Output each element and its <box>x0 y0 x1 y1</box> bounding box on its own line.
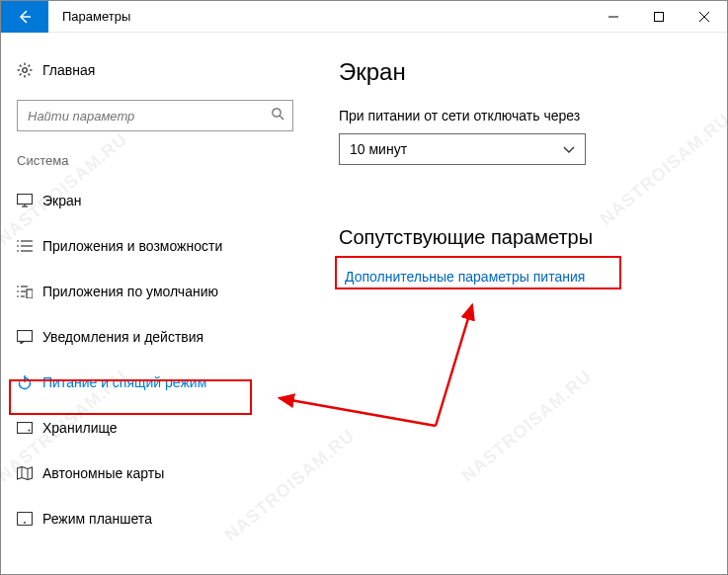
sidebar-item-label: Приложения и возможности <box>42 238 222 254</box>
sidebar-item-default-apps[interactable]: Приложения по умолчанию <box>1 269 309 314</box>
list-icon <box>17 239 42 253</box>
sidebar-item-tablet-mode[interactable]: Режим планшета <box>1 496 309 541</box>
notifications-icon <box>17 330 42 344</box>
sidebar-item-label: Приложения по умолчанию <box>42 284 218 299</box>
page-heading: Экран <box>339 58 707 86</box>
search-icon <box>271 107 284 124</box>
group-label: Система <box>1 145 309 178</box>
svg-point-36 <box>29 430 31 432</box>
related-heading: Сопутствующие параметры <box>339 226 707 249</box>
close-button[interactable] <box>682 1 727 33</box>
svg-line-11 <box>29 74 31 76</box>
minimize-icon <box>608 12 618 22</box>
home-label: Главная <box>42 62 95 78</box>
svg-line-10 <box>20 65 22 67</box>
window-controls <box>591 1 727 32</box>
sidebar-item-label: Режим планшета <box>42 511 152 527</box>
home-button[interactable]: Главная <box>1 50 309 90</box>
search-box[interactable] <box>17 100 293 131</box>
field-label: При питании от сети отключать через <box>339 108 707 123</box>
svg-line-15 <box>280 116 283 120</box>
maximize-button[interactable] <box>636 1 682 33</box>
svg-rect-32 <box>18 331 33 342</box>
close-icon <box>699 12 709 22</box>
sidebar-item-label: Автономные карты <box>42 465 164 481</box>
svg-line-12 <box>29 65 31 67</box>
sidebar-item-offline-maps[interactable]: Автономные карты <box>1 451 309 496</box>
main-panel: Экран При питании от сети отключать чере… <box>309 33 727 574</box>
sidebar-item-label: Уведомления и действия <box>42 329 203 345</box>
svg-rect-16 <box>18 195 33 205</box>
annotation-box-link <box>335 256 621 289</box>
chevron-down-icon <box>563 141 575 157</box>
default-apps-icon <box>17 285 42 298</box>
gear-icon <box>17 62 42 78</box>
back-button[interactable] <box>1 1 48 33</box>
svg-rect-2 <box>655 13 664 22</box>
maximize-icon <box>654 12 664 22</box>
minimize-button[interactable] <box>591 1 636 33</box>
titlebar: Параметры <box>1 1 727 33</box>
sidebar-item-display[interactable]: Экран <box>1 178 309 223</box>
sidebar-item-label: Хранилище <box>42 420 118 436</box>
window-title: Параметры <box>48 1 591 32</box>
svg-point-5 <box>23 68 28 73</box>
svg-point-14 <box>273 109 281 117</box>
sidebar-item-apps[interactable]: Приложения и возможности <box>1 223 309 269</box>
svg-line-13 <box>20 74 22 76</box>
map-icon <box>17 466 42 480</box>
svg-rect-35 <box>18 423 33 434</box>
annotation-box-sidebar-power <box>9 379 252 415</box>
svg-point-40 <box>24 522 26 524</box>
sidebar-item-label: Экран <box>42 193 82 208</box>
search-input[interactable] <box>18 101 292 130</box>
svg-rect-31 <box>27 289 33 298</box>
sidebar-item-notifications[interactable]: Уведомления и действия <box>1 314 309 360</box>
dropdown-value: 10 минут <box>350 141 407 157</box>
screen-timeout-dropdown[interactable]: 10 минут <box>339 133 586 165</box>
sidebar: Главная Система Экран <box>1 33 309 574</box>
display-icon <box>17 194 42 207</box>
arrow-left-icon <box>17 9 33 25</box>
storage-icon <box>17 422 42 434</box>
tablet-icon <box>17 512 42 526</box>
